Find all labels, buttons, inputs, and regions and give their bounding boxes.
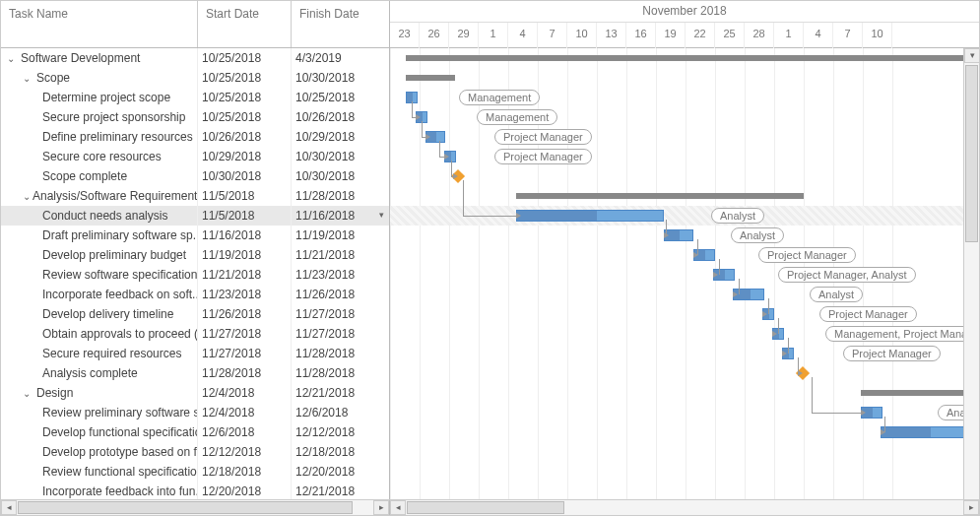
start-date-cell[interactable]: 10/25/2018 (198, 48, 292, 68)
table-row[interactable]: Analysis complete11/28/201811/28/2018 (1, 363, 389, 383)
task-name-cell[interactable]: Develop prototype based on f... (1, 442, 198, 462)
gantt-row[interactable] (390, 166, 979, 186)
start-date-cell[interactable]: 10/30/2018 (198, 166, 292, 186)
start-date-cell[interactable]: 11/19/2018 (198, 245, 292, 265)
expand-chevron-icon[interactable]: ⌄ (23, 388, 34, 399)
start-date-cell[interactable]: 11/21/2018 (198, 265, 292, 285)
summary-bar[interactable] (406, 75, 455, 81)
start-date-cell[interactable]: 12/4/2018 (198, 403, 292, 422)
gantt-row[interactable] (390, 68, 979, 88)
summary-bar[interactable] (406, 55, 967, 61)
scroll-thumb[interactable] (965, 65, 978, 242)
gantt-row[interactable]: Analyst (390, 206, 979, 226)
finish-date-cell[interactable]: 10/30/2018 (292, 166, 388, 186)
task-name-cell[interactable]: Incorporate feedback on soft... (1, 285, 198, 304)
task-name-cell[interactable]: Define preliminary resources (1, 127, 198, 147)
expand-chevron-icon[interactable]: ⌄ (23, 191, 31, 202)
task-name-cell[interactable]: ⌄Software Development (1, 48, 198, 68)
task-name-cell[interactable]: Review functional specifications (1, 462, 198, 482)
table-row[interactable]: Define preliminary resources10/26/201810… (1, 127, 389, 147)
task-name-cell[interactable]: Develop functional specificatio... (1, 422, 198, 442)
finish-date-cell[interactable]: 10/26/2018 (292, 107, 388, 127)
table-row[interactable]: Secure core resources10/29/201810/30/201… (1, 147, 389, 166)
task-name-cell[interactable]: ⌄Design (1, 383, 198, 403)
scroll-thumb[interactable] (18, 501, 353, 514)
table-row[interactable]: Incorporate feedback into fun...12/20/20… (1, 482, 389, 501)
finish-date-cell[interactable]: 12/6/2018 (292, 403, 388, 422)
table-row[interactable]: Develop prototype based on f...12/12/201… (1, 442, 389, 462)
table-row[interactable]: ⌄Analysis/Software Requirements11/5/2018… (1, 186, 389, 206)
gantt-row[interactable] (390, 422, 979, 442)
start-date-cell[interactable]: 10/25/2018 (198, 68, 292, 88)
start-date-cell[interactable]: 12/4/2018 (198, 383, 292, 403)
task-name-cell[interactable]: ⌄Analysis/Software Requirements (1, 186, 198, 206)
start-date-cell[interactable]: 10/25/2018 (198, 107, 292, 127)
start-date-cell[interactable]: 11/23/2018 (198, 285, 292, 304)
gantt-row[interactable]: Project Manager (390, 344, 979, 363)
start-date-cell[interactable]: 10/29/2018 (198, 147, 292, 166)
gantt-row[interactable]: Management (390, 107, 979, 127)
table-row[interactable]: ⌄Software Development10/25/20184/3/2019 (1, 48, 389, 68)
finish-date-cell[interactable]: 12/21/2018 (292, 383, 388, 403)
finish-date-cell[interactable]: 4/3/2019 (292, 48, 388, 68)
start-date-cell[interactable]: 11/28/2018 (198, 363, 292, 383)
gantt-row[interactable] (390, 442, 979, 462)
table-row[interactable]: Obtain approvals to proceed (...11/27/20… (1, 324, 389, 344)
task-name-cell[interactable]: Develop delivery timeline (1, 304, 198, 324)
gantt-row[interactable] (390, 186, 979, 206)
table-row[interactable]: Determine project scope10/25/201810/25/2… (1, 88, 389, 107)
task-bar[interactable] (881, 426, 971, 438)
scroll-right-button[interactable]: ▸ (373, 500, 389, 515)
table-row[interactable]: Secure required resources11/27/201811/28… (1, 344, 389, 363)
start-date-cell[interactable]: 10/25/2018 (198, 88, 292, 107)
finish-date-cell[interactable]: 11/28/2018 (292, 363, 388, 383)
task-name-cell[interactable]: Review preliminary software s... (1, 403, 198, 422)
task-bar[interactable] (516, 210, 664, 222)
task-name-cell[interactable]: Draft preliminary software sp... (1, 226, 198, 245)
table-row[interactable]: Review software specifications...11/21/2… (1, 265, 389, 285)
gantt-row[interactable] (390, 48, 979, 68)
gantt-row[interactable]: Analyst (390, 285, 979, 304)
summary-bar[interactable] (861, 390, 967, 396)
finish-date-cell[interactable]: 11/19/2018 (292, 226, 388, 245)
finish-date-cell[interactable]: 11/27/2018 (292, 304, 388, 324)
scroll-left-button[interactable]: ◂ (390, 500, 406, 515)
task-name-cell[interactable]: Review software specifications... (1, 265, 198, 285)
start-date-cell[interactable]: 11/16/2018 (198, 226, 292, 245)
table-row[interactable]: ⌄Design12/4/201812/21/2018 (1, 383, 389, 403)
start-date-cell[interactable]: 11/26/2018 (198, 304, 292, 324)
finish-date-cell[interactable]: 10/30/2018 (292, 147, 388, 166)
task-name-cell[interactable]: Secure core resources (1, 147, 198, 166)
gantt-row[interactable]: Management (390, 88, 979, 107)
gantt-row[interactable] (390, 383, 979, 403)
finish-date-cell[interactable]: 11/27/2018 (292, 324, 388, 344)
table-row[interactable]: Draft preliminary software sp...11/16/20… (1, 226, 389, 245)
finish-date-cell[interactable]: 12/20/2018 (292, 462, 388, 482)
table-row[interactable]: Conduct needs analysis11/5/201811/16/201… (1, 206, 389, 226)
chart-hscroll[interactable]: ◂ ▸ (390, 500, 979, 515)
task-bar[interactable] (406, 92, 418, 103)
task-name-cell[interactable]: ⌄Scope (1, 68, 198, 88)
task-name-cell[interactable]: Incorporate feedback into fun... (1, 482, 198, 501)
finish-date-cell[interactable]: 10/25/2018 (292, 88, 388, 107)
task-name-cell[interactable]: Determine project scope (1, 88, 198, 107)
start-date-cell[interactable]: 11/27/2018 (198, 344, 292, 363)
vertical-scrollbar[interactable]: ▴ ▾ (963, 48, 979, 499)
task-name-cell[interactable]: Scope complete (1, 166, 198, 186)
table-row[interactable]: Develop functional specificatio...12/6/2… (1, 422, 389, 442)
gantt-row[interactable]: Project Manager (390, 127, 979, 147)
table-row[interactable]: Review functional specifications12/18/20… (1, 462, 389, 482)
gantt-row[interactable]: Project Manager (390, 304, 979, 324)
finish-date-cell[interactable]: 12/12/2018 (292, 422, 388, 442)
finish-date-cell[interactable]: 12/18/2018 (292, 442, 388, 462)
finish-date-cell[interactable]: 11/26/2018 (292, 285, 388, 304)
table-row[interactable]: Secure project sponsorship10/25/201810/2… (1, 107, 389, 127)
grid-hscroll[interactable]: ◂ ▸ (1, 500, 390, 515)
start-date-cell[interactable]: 11/5/2018 (198, 206, 292, 226)
start-date-cell[interactable]: 11/27/2018 (198, 324, 292, 344)
finish-date-cell[interactable]: 11/16/2018▾ (292, 206, 388, 226)
expand-chevron-icon[interactable]: ⌄ (7, 53, 19, 64)
task-name-cell[interactable]: Secure required resources (1, 344, 198, 363)
finish-date-cell[interactable]: 11/23/2018 (292, 265, 388, 285)
table-row[interactable]: ⌄Scope10/25/201810/30/2018 (1, 68, 389, 88)
